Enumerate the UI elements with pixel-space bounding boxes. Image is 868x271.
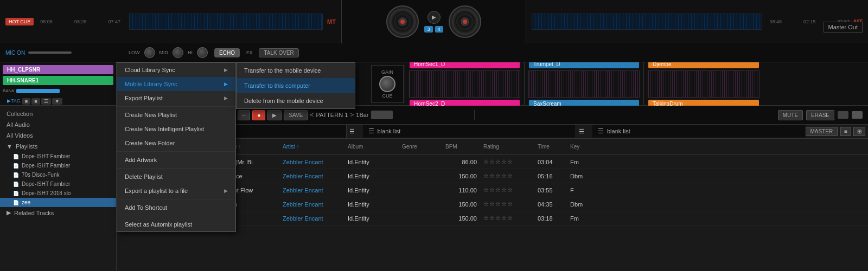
view-toggle-1[interactable]	[838, 111, 848, 119]
col-genre[interactable]: Genre	[399, 144, 442, 150]
wave-djembe	[648, 70, 760, 98]
turntable-left	[386, 5, 419, 38]
deck-right: 08:48 02:15 02:57 MT Master Out	[526, 0, 868, 43]
ctx-create-intelligent-playlist[interactable]: Create New Intelligent Playlist	[117, 122, 235, 136]
play-button-center[interactable]: ▶	[427, 11, 441, 24]
sub-transfer-to-computer[interactable]: Transfer to this computer	[237, 78, 355, 93]
sidebar-related-tracks[interactable]: ▶ Related Tracks	[0, 207, 116, 218]
mt-badge-left: MT	[327, 18, 336, 25]
sidebar-nav: Collection All Audio All Videos ▼ Playli…	[0, 106, 116, 271]
col-album[interactable]: Album	[344, 144, 399, 150]
ctx-divider-1	[117, 106, 235, 107]
ctx-delete-playlist[interactable]: Delete Playlist	[117, 170, 235, 184]
main-area: HH_CLPSNR HH-SNARE1 BANK ▶TAG ■ ■ ☰ ▼ Co…	[0, 62, 868, 271]
blank-list-3: ☰ blank list	[592, 125, 806, 138]
horn-sec1: HornSec1_D	[410, 62, 520, 68]
minus-button[interactable]: −	[238, 110, 251, 120]
bank-bar[interactable]	[16, 89, 60, 93]
ctx-add-artwork[interactable]: Add Artwork	[117, 153, 235, 167]
sidebar-controls: BANK	[3, 87, 113, 95]
ctx-mobile-library-sync[interactable]: Mobile Library Sync ▶	[117, 77, 235, 91]
ctx-add-to-shortcut[interactable]: Add To Shortcut	[117, 201, 235, 215]
trumpet-d: Trumpet_D	[529, 62, 639, 68]
ctx-select-automix[interactable]: Select as Automix playlist	[117, 217, 235, 231]
bar-slider[interactable]	[371, 111, 393, 119]
echo-button[interactable]: ECHO	[214, 48, 240, 57]
list-icon-3[interactable]: ☰	[576, 125, 592, 138]
sidebar-playlists[interactable]: ▼ Playlists	[0, 141, 116, 152]
sidebar-all-audio[interactable]: All Audio	[0, 119, 116, 130]
view-grid-button[interactable]: ⊞	[853, 127, 865, 136]
ctx-export-playlist[interactable]: Export Playlist ▶	[117, 91, 235, 105]
hot-cue-button[interactable]: HOT CUE	[5, 18, 34, 25]
col-artist[interactable]: Artist ↑	[279, 144, 344, 150]
sidebar-track-2: HH-SNARE1	[3, 76, 113, 85]
mic-slider[interactable]	[28, 51, 72, 54]
time-1: 08:06	[40, 19, 53, 24]
sub-transfer-to-mobile[interactable]: Transfer to the mobile device	[237, 63, 355, 78]
erase-button[interactable]: ERASE	[806, 110, 834, 120]
hi-label: HI	[188, 50, 193, 55]
sidebar-track-1: HH_CLPSNR	[3, 65, 113, 74]
col-time[interactable]: Time	[534, 144, 567, 150]
list-icon-2[interactable]: ☰	[347, 125, 363, 138]
low-knob[interactable]	[144, 47, 155, 58]
mid-knob[interactable]	[173, 47, 183, 58]
sidebar-top: HH_CLPSNR HH-SNARE1 BANK ▶TAG ■ ■ ☰ ▼	[0, 62, 116, 106]
playlist-item-2[interactable]: 📄 Dope-ISHT Fambier	[0, 161, 116, 170]
tag-3[interactable]: ☰	[41, 98, 51, 105]
wave-trumpet	[528, 70, 640, 98]
tag-1[interactable]: ■	[22, 98, 30, 105]
record-button[interactable]: ●	[252, 110, 265, 120]
playlist-item-5[interactable]: 📄 Dope-ISHT 2018 slo	[0, 189, 116, 198]
tag-2[interactable]: ■	[31, 98, 40, 105]
djembe: Djembe	[648, 62, 759, 68]
master-dropdown[interactable]: MASTER	[806, 127, 838, 136]
view-list-button[interactable]: ≡	[840, 127, 851, 136]
playlist-item-3[interactable]: 📄 70s Disco-Funk	[0, 170, 116, 179]
deck-center: ▶ 3 4	[342, 0, 526, 43]
blank-list-2: ☰ blank list	[363, 125, 577, 138]
view-toggle-2[interactable]	[852, 111, 863, 119]
ctx-create-new-playlist[interactable]: Create New Playlist	[117, 108, 235, 122]
sidebar-collection[interactable]: Collection	[0, 108, 116, 119]
ctx-export-to-file[interactable]: Export a playlist to a file ▶	[117, 184, 235, 198]
deck-left: HOT CUE 08:06 08:26 07:47 MT	[0, 0, 342, 43]
ctx-create-new-folder[interactable]: Create New Folder	[117, 136, 235, 150]
gain-box: GAIN CUE	[371, 65, 404, 103]
bar-label: 1Bar	[356, 112, 368, 118]
playlist-item-4[interactable]: 📄 Dope-ISHT Fambier	[0, 179, 116, 189]
sidebar-all-videos[interactable]: All Videos	[0, 130, 116, 141]
mute-button[interactable]: MUTE	[778, 110, 803, 120]
col-bpm[interactable]: BPM	[442, 144, 480, 150]
fx-label: FX	[246, 50, 253, 55]
tag-4[interactable]: ▼	[52, 98, 62, 105]
col-key[interactable]: Key	[567, 144, 594, 150]
ctx-divider-4	[117, 199, 235, 199]
hi-knob[interactable]	[197, 47, 208, 58]
col-rating[interactable]: Rating	[480, 144, 534, 150]
sub-delete-from-mobile[interactable]: Delete from the mobile device	[237, 93, 355, 108]
time-3: 07:47	[108, 19, 120, 24]
playlist-item-zee[interactable]: 📄 zee	[0, 198, 116, 207]
ctx-cloud-library-sync[interactable]: Cloud Library Sync ▶	[117, 63, 235, 77]
context-menu: Cloud Library Sync ▶ Mobile Library Sync…	[117, 62, 236, 232]
submenu: Transfer to the mobile device Transfer t…	[236, 62, 355, 109]
play-seq-button[interactable]: ▶	[267, 110, 282, 120]
ctx-divider-3	[117, 168, 235, 169]
talkover-button[interactable]: TALK OVER	[259, 48, 298, 57]
time-ruler-left: 08:06 08:26 07:47	[36, 18, 125, 25]
playlist-item-1[interactable]: 📄 Dope-ISHT Fambier	[0, 152, 116, 161]
ctx-divider-2	[117, 151, 235, 152]
gain-knob[interactable]	[379, 76, 395, 92]
waveform-top-right	[532, 14, 762, 30]
save-button[interactable]: SAVE	[284, 110, 308, 120]
top-bar: HOT CUE 08:06 08:26 07:47 MT ▶ 3 4	[0, 0, 868, 43]
time-5: 02:15	[803, 19, 816, 24]
time-2: 08:26	[74, 19, 87, 24]
time-4: 08:48	[770, 19, 782, 24]
wave-horn-sec1	[409, 70, 520, 98]
master-out: Master Out	[824, 22, 863, 33]
sidebar: HH_CLPSNR HH-SNARE1 BANK ▶TAG ■ ■ ☰ ▼ Co…	[0, 62, 117, 271]
transport-left: HOT CUE 08:06 08:26 07:47	[5, 18, 125, 25]
